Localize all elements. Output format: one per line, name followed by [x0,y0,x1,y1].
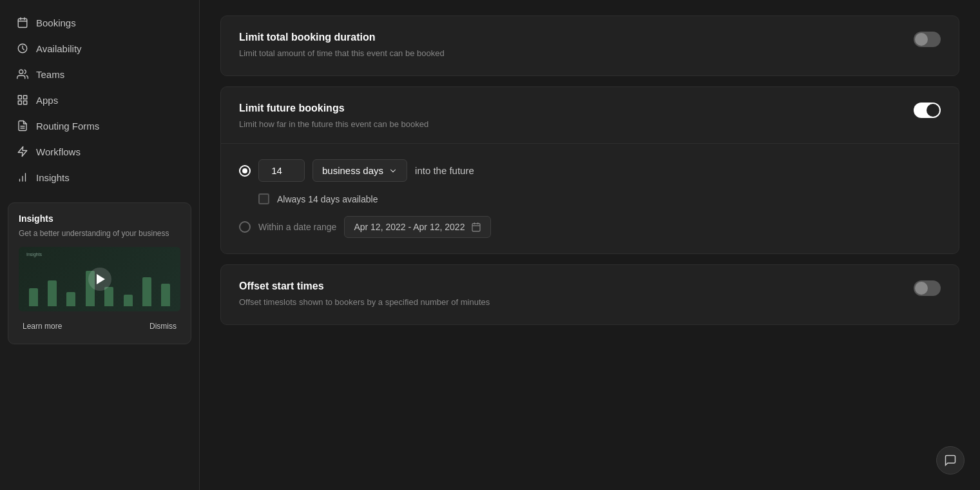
sidebar-item-apps[interactable]: Apps [8,88,191,112]
sidebar: Bookings Availability Teams Apps Routing [0,0,200,490]
section-description: Limit how far in the future this event c… [239,118,428,131]
limit-future-bookings-toggle[interactable] [914,103,941,118]
days-option-row: business days into the future [239,159,941,182]
calendar-icon [17,17,28,28]
insights-card-description: Get a better understanding of your busin… [19,228,180,239]
section-body: business days into the future Always 14 … [221,144,959,253]
section-text: Offset start times Offset timeslots show… [239,280,490,309]
svg-rect-16 [472,224,480,231]
message-icon [944,454,957,467]
section-description: Offset timeslots shown to bookers by a s… [239,296,490,309]
section-title: Limit total booking duration [239,32,445,43]
days-unit-label: business days [322,165,383,176]
thumb-bar-6 [124,295,133,306]
offset-start-times-section: Offset start times Offset timeslots show… [220,264,959,325]
section-text: Limit future bookings Limit how far in t… [239,103,428,131]
sidebar-item-label: Apps [36,95,58,106]
svg-rect-7 [24,95,27,99]
sidebar-item-label: Availability [36,43,82,54]
thumb-bar-7 [142,277,151,306]
days-radio[interactable] [239,165,251,177]
into-future-label: into the future [415,165,474,176]
sidebar-item-workflows[interactable]: Workflows [8,139,191,164]
dismiss-button[interactable]: Dismiss [146,319,180,333]
sidebar-item-routing-forms[interactable]: Routing Forms [8,113,191,138]
toggle-thumb [927,104,939,117]
chevron-down-icon [389,166,398,175]
sidebar-item-label: Bookings [36,17,76,28]
date-range-radio[interactable] [239,221,251,233]
toggle-thumb [915,33,928,46]
section-title: Limit future bookings [239,103,428,114]
sidebar-item-label: Workflows [36,146,81,157]
bar-chart-icon [17,172,28,183]
calendar-icon [471,222,481,232]
support-fab[interactable] [936,446,965,475]
thumb-bar-8 [161,284,170,306]
sidebar-item-bookings[interactable]: Bookings [8,10,191,35]
svg-rect-0 [18,19,27,28]
sidebar-item-insights[interactable]: Insights [8,165,191,190]
always-available-row: Always 14 days available [239,193,941,204]
zap-icon [17,146,28,157]
section-header: Limit future bookings Limit how far in t… [221,87,959,144]
days-number-input[interactable] [258,159,305,182]
sidebar-item-teams[interactable]: Teams [8,62,191,86]
section-title: Offset start times [239,280,490,292]
sidebar-item-availability[interactable]: Availability [8,36,191,61]
svg-rect-8 [18,101,21,104]
svg-rect-6 [18,95,21,99]
offset-start-times-toggle[interactable] [914,280,941,296]
thumb-bar-5 [104,287,113,306]
insights-card-title: Insights [19,213,180,224]
sidebar-navigation: Bookings Availability Teams Apps Routing [0,10,199,190]
sidebar-item-label: Routing Forms [36,121,99,132]
users-icon [17,68,28,80]
limit-booking-duration-toggle[interactable] [914,32,941,47]
thumb-bar-1 [29,288,38,306]
date-range-value: Apr 12, 2022 - Apr 12, 2022 [354,222,465,232]
sidebar-item-label: Insights [36,172,70,183]
main-content: Limit total booking duration Limit total… [200,0,980,490]
limit-future-bookings-section: Limit future bookings Limit how far in t… [220,86,959,255]
thumb-label: Insights [26,252,42,257]
svg-point-5 [19,70,23,74]
grid-icon [17,94,28,106]
insights-promo-card: Insights Get a better understanding of y… [8,202,191,344]
section-text: Limit total booking duration Limit total… [239,32,445,60]
date-range-picker[interactable]: Apr 12, 2022 - Apr 12, 2022 [344,216,491,238]
thumb-bar-2 [48,280,57,306]
toggle-thumb [915,282,928,295]
svg-rect-9 [24,101,27,104]
learn-more-button[interactable]: Learn more [19,319,66,333]
thumb-bar-3 [66,292,75,306]
date-range-row: Within a date range Apr 12, 2022 - Apr 1… [239,216,941,238]
section-description: Limit total amount of time that this eve… [239,47,445,60]
file-icon [17,120,28,132]
clock-icon [17,43,28,54]
always-available-checkbox[interactable] [258,193,269,204]
always-available-label: Always 14 days available [277,194,378,204]
days-unit-dropdown[interactable]: business days [312,159,407,182]
svg-marker-12 [18,147,27,157]
play-button[interactable] [88,268,111,291]
date-range-label: Within a date range [258,222,336,232]
limit-booking-duration-section: Limit total booking duration Limit total… [220,15,959,76]
insights-thumbnail[interactable]: Insights [19,247,180,311]
insights-card-actions: Learn more Dismiss [19,319,180,333]
sidebar-item-label: Teams [36,69,64,80]
